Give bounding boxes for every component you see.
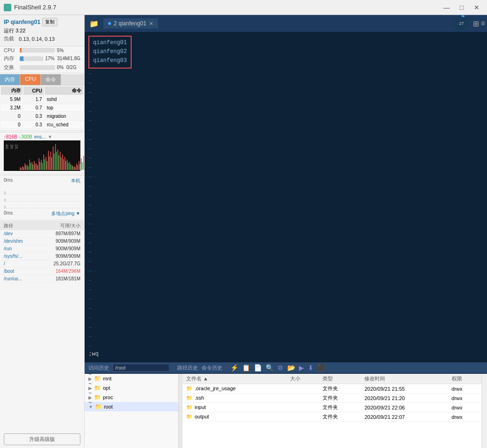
disk-row: /dev/shm909M/909M — [0, 238, 84, 245]
maximize-button[interactable]: □ — [455, 2, 468, 13]
disk-path[interactable]: /run/us... — [4, 276, 43, 281]
net-chart: 4K 3K 1K — [4, 140, 80, 171]
file-perms: drwx — [448, 394, 481, 403]
upgrade-button[interactable]: 升级高级版 — [4, 433, 80, 445]
ping-header: 0ms 本机 — [4, 178, 80, 184]
process-table: 内存 CPU 命令 5.9M1.7sshd3.2M0.7top00.3migra… — [0, 85, 84, 130]
cpu-stat-value: 5% — [57, 48, 80, 53]
terminal-cmd-line: :wq — [88, 351, 99, 357]
lightning-icon[interactable]: ⚡ — [230, 364, 238, 371]
proc-cmd: top — [45, 104, 83, 112]
net-interface[interactable]: ens... — [34, 134, 46, 139]
file-tree-item[interactable]: ▶📁mnt — [85, 374, 178, 383]
file-modified: 2020/09/21 22:06 — [361, 403, 448, 412]
folder-icon[interactable]: 📂 — [287, 364, 295, 371]
tab-memory[interactable]: 内存 — [0, 74, 20, 85]
path-history-btn[interactable]: 路径历史 — [177, 364, 198, 371]
tab-menu-icon[interactable]: ≡ — [481, 19, 485, 28]
file-perms: drwx — [448, 412, 481, 422]
tab-grid-icon[interactable]: ⊞ — [473, 19, 479, 28]
autocomplete-item-0[interactable]: qianfeng01 — [93, 39, 127, 47]
mem-bar — [20, 56, 24, 61]
sidebar-top: IP qianfeng01 复制 运行 3:22 负载 0.13, 0.14, … — [0, 15, 84, 46]
ping-label: 0ms — [4, 178, 13, 184]
file-perms: drwx — [448, 384, 481, 394]
net-dropdown-icon[interactable]: ▼ — [47, 134, 52, 139]
terminal-area[interactable]: qianfeng01 qianfeng02 qianfeng03 ~~~~~~~… — [85, 32, 487, 362]
file-name: 📁output — [182, 412, 286, 422]
tab-folder-icon[interactable]: 📁 — [86, 17, 102, 30]
file-row[interactable]: 📁input文件夹2020/09/21 22:06drwx — [182, 403, 481, 412]
disk-path[interactable]: /run — [4, 246, 43, 251]
file-type: 文件夹 — [319, 403, 361, 412]
path-input[interactable] — [113, 364, 169, 371]
proc-cpu-header[interactable]: CPU — [24, 86, 44, 95]
proc-mem: 3.2M — [1, 104, 23, 112]
col-modified[interactable]: 修改时间 — [361, 374, 448, 384]
clipboard-icon[interactable]: 📋 — [242, 364, 250, 371]
cmd-history-btn[interactable]: 命令历史 — [202, 364, 222, 371]
app-icon — [4, 4, 11, 11]
close-button[interactable]: ✕ — [470, 2, 483, 13]
disk-path[interactable]: / — [4, 261, 43, 266]
stop-icon[interactable]: ⬛ — [317, 364, 325, 371]
net-4k: 4K — [5, 144, 9, 170]
col-perms[interactable]: 权限 — [448, 374, 481, 384]
tab-dot — [108, 22, 111, 25]
tab-qianfeng01[interactable]: 2 qianfeng01 ✕ — [103, 18, 158, 29]
play-icon[interactable]: ▶ — [299, 364, 304, 371]
disk-size: 900M/909M — [43, 246, 80, 251]
file-tree-item[interactable]: ▶📁proc — [85, 393, 178, 402]
tab-close-icon[interactable]: ✕ — [149, 21, 153, 27]
disk-size: 25.2G/27.7G — [43, 261, 80, 266]
disk-path[interactable]: /dev — [4, 231, 43, 236]
swap-bar-wrap — [20, 65, 55, 70]
tab-bar: 📁 2 qianfeng01 ✕ 27 ⊞ ≡ — [85, 15, 487, 32]
autocomplete-item-2[interactable]: qianfeng03 — [93, 56, 127, 65]
tab-cpu[interactable]: CPU — [20, 74, 41, 85]
file-row[interactable]: 📁output文件夹2020/09/21 22:07drwx — [182, 412, 481, 422]
disk-path[interactable]: /sys/fs/... — [4, 254, 43, 259]
divider-3 — [0, 174, 84, 174]
file-tree-item[interactable]: ▶📁opt — [85, 383, 178, 393]
disk-path[interactable]: /dev/shm — [4, 239, 43, 244]
folder-icon: 📁 — [94, 385, 101, 391]
col-filename[interactable]: 文件名 ▲ — [182, 374, 286, 384]
minimize-button[interactable]: — — [440, 2, 453, 13]
app-title: FinalShell 2.9.7 — [14, 4, 56, 11]
disk-path[interactable]: /boot — [4, 269, 43, 274]
download-icon[interactable]: ⬇ — [308, 364, 314, 371]
file-folder-icon: 📁 — [186, 404, 193, 410]
autocomplete-item-1[interactable]: qianfeng02 — [93, 47, 127, 56]
tree-scrollbar[interactable] — [179, 374, 182, 448]
cpu-bar — [20, 48, 22, 53]
load-row: 负载 0.13, 0.14, 0.13 — [4, 35, 80, 42]
file-row[interactable]: 📁.ssh文件夹2020/09/21 21:20drwx — [182, 394, 481, 403]
proc-cpu: 0.3 — [24, 113, 44, 120]
mem-stat-value: 17% 314M/1.8G — [45, 56, 80, 61]
file-row[interactable]: 📁.oracle_jre_usage文件夹2020/09/21 21:55drw… — [182, 384, 481, 394]
search-icon[interactable]: 🔍 — [266, 364, 274, 371]
cpu-stat-row: CPU 5% — [0, 46, 84, 54]
proc-cmd-header[interactable]: 命令 — [45, 86, 83, 95]
cpu-circle-widget: 27 — [452, 14, 471, 33]
copy-icon[interactable]: 📄 — [254, 364, 262, 371]
file-tree-item[interactable]: ▼📁root — [85, 402, 178, 411]
multipoint-ping-btn[interactable]: 多地点ping ▼ — [51, 210, 80, 217]
ping-dropdown-icon: ▼ — [76, 211, 80, 216]
settings-icon[interactable]: ⚙ — [277, 364, 283, 371]
autocomplete-box: qianfeng01 qianfeng02 qianfeng03 — [88, 36, 132, 69]
disk-rows: /dev897M/897M/dev/shm909M/909M/run900M/9… — [0, 230, 84, 283]
copy-ip-button[interactable]: 复制 — [42, 18, 57, 26]
proc-mem-header[interactable]: 内存 — [1, 86, 23, 95]
tab-command[interactable]: 命令 — [41, 74, 61, 85]
col-type[interactable]: 类型 — [319, 374, 361, 384]
file-type: 文件夹 — [319, 412, 361, 422]
disk-path-col-header: 路径 — [4, 223, 43, 229]
file-scrollbar[interactable] — [481, 374, 487, 448]
col-size[interactable]: 大小 — [286, 374, 319, 384]
disk-row: /sys/fs/...909M/909M — [0, 253, 84, 260]
proc-cpu: 1.7 — [24, 96, 44, 103]
ping-val-1: 0 — [4, 198, 6, 202]
proc-mem: 0 — [1, 113, 23, 120]
